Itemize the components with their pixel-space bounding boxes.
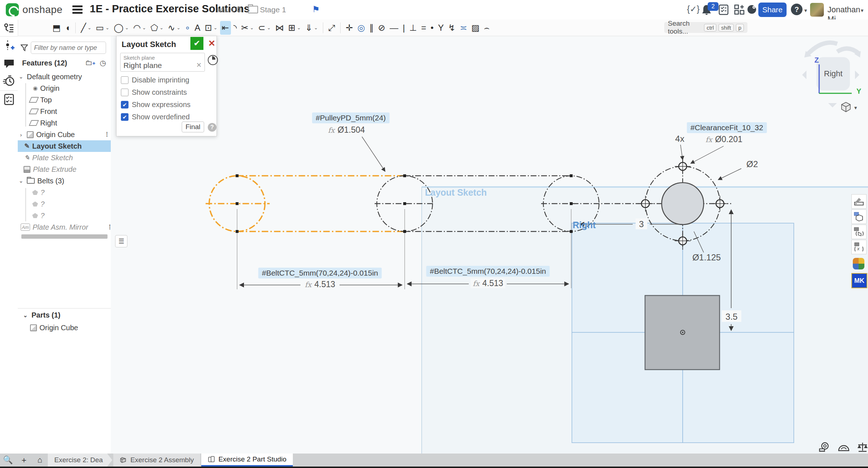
midpoint-constraint-icon[interactable]: •⌄: [429, 21, 435, 35]
pulley-diameter-dim[interactable]: fxØ1.504: [326, 125, 367, 135]
belt-ctc-right-chip[interactable]: #BeltCTC_5mm(70,24,24)-0.015in: [426, 266, 550, 277]
tree-item-origin[interactable]: ◉ Origin: [18, 82, 126, 94]
dropdown-caret-icon[interactable]: ⌄: [177, 25, 181, 30]
checkbox-icon[interactable]: [121, 76, 128, 84]
polygon-tool-icon[interactable]: ⬠⌄: [149, 21, 165, 35]
horizontal-constraint-icon[interactable]: ―⌄: [388, 21, 400, 35]
point-tool-icon[interactable]: ∘⌄: [183, 21, 192, 35]
pattern-tool-icon[interactable]: ⊞⌄: [286, 21, 303, 35]
learning-head-icon[interactable]: [746, 4, 758, 16]
add-tab-icon[interactable]: ＋: [16, 455, 32, 465]
checkbox-show-expressions[interactable]: ✔ Show expressions: [121, 101, 190, 109]
configurations-panel-button[interactable]: [851, 209, 867, 224]
feature-script-icon[interactable]: {✓}: [687, 4, 700, 14]
sidebar-scrollbar[interactable]: [21, 234, 108, 239]
config-functions-panel-button[interactable]: x: [851, 240, 867, 254]
sketch-progress-icon[interactable]: [208, 55, 218, 65]
dropdown-caret-icon[interactable]: ⌄: [267, 25, 271, 30]
mirror-tool-icon[interactable]: ⋈⌄: [273, 21, 286, 35]
insert-feature-icon[interactable]: [3, 39, 15, 52]
caret-right-icon[interactable]: ›: [18, 132, 24, 138]
tree-item-front-plane[interactable]: Front: [18, 106, 123, 117]
trim-tool-icon[interactable]: ✂⌄: [239, 21, 256, 35]
tree-item-belt-1[interactable]: ? ⁞: [18, 187, 125, 198]
checkbox-checked-icon[interactable]: ✔: [121, 113, 128, 121]
caret-down-icon[interactable]: ⌄: [18, 73, 24, 80]
clear-selection-icon[interactable]: ✕: [196, 61, 202, 69]
onshape-logo-icon[interactable]: [6, 3, 19, 16]
rotate-down-arrow-icon[interactable]: [828, 103, 837, 112]
search-tools-button[interactable]: Search tools... ctrlshiftp: [664, 22, 747, 33]
parts-item-origin-cube[interactable]: Origin Cube: [18, 322, 123, 333]
dialog-accept-button[interactable]: ✔: [190, 37, 203, 50]
tree-item-belt-3[interactable]: ? ⁞: [18, 210, 125, 221]
filter-icon[interactable]: [21, 44, 28, 51]
help-icon[interactable]: ?: [791, 4, 802, 15]
dropdown-caret-icon[interactable]: ⌄: [125, 25, 129, 30]
user-menu-caret-icon[interactable]: ▾: [861, 7, 864, 14]
belt-ctc-left-dim[interactable]: fx4.513: [303, 280, 337, 289]
equal-constraint-icon[interactable]: =⌄: [420, 21, 428, 35]
normal-constraint-icon[interactable]: Y⌄: [436, 21, 446, 35]
avatar[interactable]: [810, 3, 824, 17]
link-icon[interactable]: ⧉: [236, 5, 242, 14]
parts-header[interactable]: ⌄ Parts (1): [22, 311, 60, 319]
curvature-comb-icon[interactable]: ⌢⌄: [482, 21, 492, 35]
learning-center-icon[interactable]: ⚑: [312, 4, 320, 14]
circle-tool-icon[interactable]: ◯⌄: [112, 21, 131, 35]
followed-checklist-icon[interactable]: [3, 93, 15, 106]
help-caret-icon[interactable]: ▾: [804, 7, 807, 14]
tree-item-belt-2[interactable]: ? ⁞: [18, 198, 125, 210]
checkbox-show-overdefined[interactable]: ✔ Show overdefined: [121, 113, 190, 121]
pierce-constraint-icon[interactable]: ↯⌄: [446, 21, 457, 35]
dropdown-caret-icon[interactable]: ⌄: [314, 25, 318, 30]
rotate-arrows-icon[interactable]: [803, 37, 864, 59]
checkbox-icon[interactable]: [121, 89, 128, 96]
final-button[interactable]: Final: [182, 122, 204, 132]
dropdown-caret-icon[interactable]: ⌄: [297, 25, 301, 30]
appearance-panel-button[interactable]: [851, 194, 867, 209]
dropdown-caret-icon[interactable]: ⌄: [142, 25, 146, 30]
tab-exercise-2-assembly[interactable]: Exercise 2 Assembly: [113, 454, 200, 467]
belt-ctc-right-dim[interactable]: fx4.513: [471, 278, 505, 288]
dialog-close-button[interactable]: ✕: [206, 37, 217, 50]
use-project-icon[interactable]: ⊡⌄: [203, 21, 219, 35]
tab-exercise-2-dea[interactable]: Exercise 2: Dea: [48, 454, 112, 467]
tree-item-origin-cube[interactable]: › Origin Cube ⁞: [18, 129, 111, 140]
tree-item-belts-folder[interactable]: ⌄ Belts (3): [18, 175, 111, 187]
vertical-constraint-icon[interactable]: |⌄: [401, 21, 406, 35]
extrude-icon[interactable]: ⬒⌄: [51, 21, 63, 35]
comments-icon[interactable]: [3, 58, 15, 70]
text-tool-icon[interactable]: A⌄: [193, 21, 202, 35]
dropdown-caret-icon[interactable]: ⌄: [160, 25, 164, 30]
tree-item-plate-extrude[interactable]: Plate Extrude: [18, 163, 117, 175]
pulley-expression-chip[interactable]: #PulleyPD_5mm(24): [312, 112, 389, 123]
import-dxf-icon[interactable]: ⇓⌄: [303, 21, 320, 35]
dropdown-caret-icon[interactable]: ⌄: [250, 25, 254, 30]
share-button[interactable]: Share: [758, 3, 787, 17]
coincident-constraint-icon[interactable]: ✛⌄: [344, 21, 355, 35]
sketch-plane-field[interactable]: Sketch plane Right plane ✕: [120, 53, 205, 72]
spline-tool-icon[interactable]: ∿⌄: [166, 21, 182, 35]
add-folder-icon[interactable]: 🗀+: [85, 59, 95, 67]
rectangle-tool-icon[interactable]: ▭⌄: [94, 21, 111, 35]
fillet-tool-icon[interactable]: ◝⌄: [232, 21, 239, 35]
tree-item-top-plane[interactable]: Top: [18, 94, 123, 106]
caret-down-icon[interactable]: ⌄: [18, 178, 24, 184]
concentric-constraint-icon[interactable]: ◎⌄: [355, 21, 367, 35]
tree-item-right-plane[interactable]: Right: [18, 117, 123, 129]
checkbox-show-constraints[interactable]: Show constraints: [121, 88, 187, 97]
dropdown-caret-icon[interactable]: ⌄: [105, 25, 109, 30]
fix-constraint-icon[interactable]: ▨⌄: [469, 21, 481, 35]
checkbox-disable-imprinting[interactable]: Disable imprinting: [121, 76, 189, 84]
line-tool-icon[interactable]: ╱⌄: [79, 21, 93, 35]
workspace-label[interactable]: Stage 1: [260, 5, 286, 14]
dialog-help-icon[interactable]: ?: [208, 123, 216, 132]
task-list-icon[interactable]: [718, 4, 729, 15]
tree-item-plate-asm-mirror[interactable]: Am Plate Asm. Mirror ⁞: [18, 221, 114, 233]
app-mk-button[interactable]: MK: [851, 273, 867, 288]
caret-down-icon[interactable]: ⌄: [22, 312, 29, 319]
offset-tool-icon[interactable]: ⊂⌄: [256, 21, 273, 35]
home-icon[interactable]: ⌂: [32, 455, 48, 465]
tangent-constraint-icon[interactable]: ⊘⌄: [376, 21, 387, 35]
